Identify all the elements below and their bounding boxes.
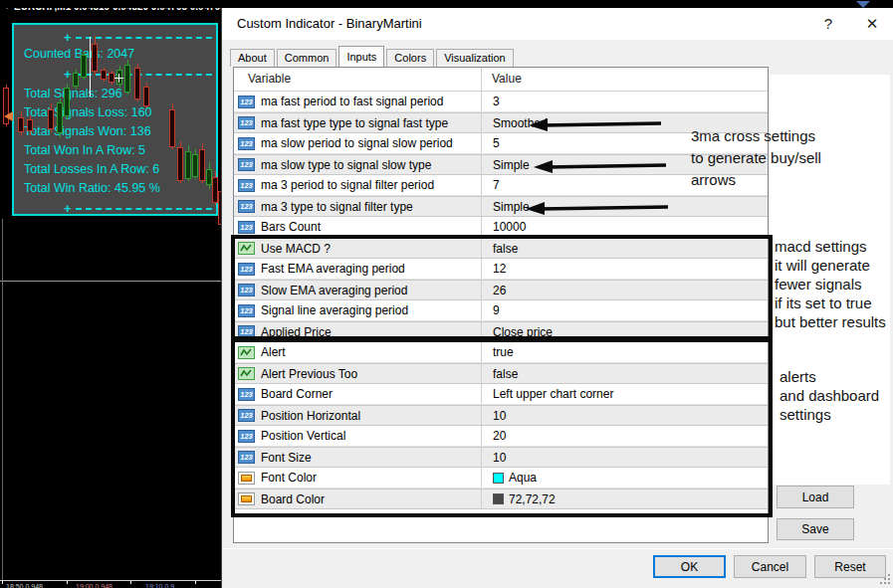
table-row[interactable]: 123Position Vertical20 [234, 426, 768, 447]
table-row[interactable]: 123Font Size10 [234, 447, 768, 468]
resize-grip[interactable] [877, 571, 890, 584]
close-button[interactable]: ✕ [859, 13, 885, 35]
numeric-param-icon: 123 [238, 304, 255, 317]
table-header[interactable]: Variable Value [234, 68, 768, 92]
tab-visualization[interactable]: Visualization [436, 49, 514, 67]
table-row[interactable]: Alerttrue [234, 342, 768, 363]
numeric-param-icon: 123 [238, 409, 255, 422]
chart-pane: EURCHF,M1 0.94819 0.94820 0.94795 0.9479… [0, 0, 221, 588]
cancel-button[interactable]: Cancel [734, 555, 806, 578]
numeric-param-icon: 123 [238, 96, 255, 108]
table-row[interactable]: Use MACD ?false [234, 238, 768, 259]
column-divider[interactable] [481, 68, 482, 92]
param-name: ma 3 type to signal filter type [261, 200, 413, 214]
param-value[interactable]: 72,72,72 [481, 490, 768, 508]
table-row[interactable]: 123ma slow type to signal slow typeSimpl… [234, 154, 768, 175]
param-value[interactable]: 9 [481, 300, 768, 320]
table-row[interactable]: 123Signal line averaging period9 [234, 300, 768, 321]
table-row[interactable]: 123Applied PriceClose price [234, 321, 768, 342]
param-name: Use MACD ? [261, 242, 331, 256]
bearish-candle [48, 103, 54, 132]
bullish-candle [64, 84, 70, 119]
bearish-candle [101, 68, 107, 82]
param-value[interactable]: Simple [481, 197, 768, 216]
numeric-param-icon: 123 [238, 116, 255, 129]
param-name: Font Color [261, 471, 317, 485]
table-row[interactable]: Board Color72,72,72 [234, 489, 768, 509]
param-value[interactable]: 20 [481, 426, 768, 446]
screenshot-root: EURCHF,M1 0.94819 0.94820 0.94795 0.9479… [0, 0, 893, 588]
bullish-candle [192, 149, 198, 179]
param-value[interactable]: false [481, 364, 768, 383]
ok-button[interactable]: OK [653, 555, 726, 578]
table-row[interactable]: 123Fast EMA averaging period12 [234, 259, 768, 280]
chart-param-icon [238, 242, 255, 255]
tab-colors[interactable]: Colors [386, 49, 434, 67]
table-row[interactable]: Alert Previous Toofalse [234, 363, 768, 384]
reset-button[interactable]: Reset [814, 555, 886, 578]
param-value[interactable]: Close price [481, 322, 768, 341]
param-name: Position Horizontal [261, 409, 360, 423]
dashboard-stat-line: Total Win Ratio: 45.95 % [24, 181, 160, 195]
help-button[interactable]: ? [815, 13, 841, 35]
numeric-param-icon: 123 [238, 263, 255, 276]
param-name: Position Vertical [261, 429, 345, 443]
bearish-candle [92, 36, 98, 75]
tab-about[interactable]: About [230, 49, 275, 67]
numeric-param-icon: 123 [238, 200, 255, 213]
table-row[interactable]: 123ma 3 period to signal filter period7 [234, 175, 768, 196]
table-row[interactable]: 123Position Horizontal10 [234, 405, 768, 426]
bearish-candle [27, 115, 33, 135]
table-row[interactable]: Font ColorAqua [234, 468, 768, 489]
param-value[interactable]: Left upper chart corner [481, 384, 768, 404]
param-value[interactable]: 10 [481, 406, 768, 425]
tab-strip: AboutCommonInputsColorsVisualization [230, 47, 516, 67]
table-row[interactable]: 123ma fast period to fast signal period3 [234, 92, 768, 112]
tab-inputs[interactable]: Inputs [338, 46, 384, 67]
param-value[interactable]: 3 [481, 92, 768, 111]
note-3ma: 3ma cross settingsto generate buy/sellar… [691, 127, 821, 193]
load-button[interactable]: Load [777, 486, 854, 508]
numeric-param-icon: 123 [238, 388, 255, 401]
numeric-param-icon: 123 [238, 179, 255, 192]
column-header-value[interactable]: Value [492, 72, 522, 86]
bullish-candle [116, 66, 122, 88]
signals-dashboard-panel: +++Counted Bars: 2047Total Signals: 296T… [12, 23, 218, 216]
param-name: Alert Previous Too [261, 367, 357, 381]
param-name: ma fast period to fast signal period [261, 95, 443, 108]
table-row[interactable]: 123Bars Count10000 [234, 217, 768, 238]
numeric-param-icon: 123 [238, 284, 255, 296]
dashboard-stat-line: Counted Bars: 2047 [24, 47, 134, 61]
column-header-variable[interactable]: Variable [248, 72, 291, 86]
table-row[interactable]: 123Slow EMA averaging period26 [234, 280, 768, 300]
bearish-candle [177, 141, 183, 183]
dashboard-stat-line: Total Signals Won: 136 [24, 124, 151, 138]
param-value[interactable]: 26 [481, 281, 768, 299]
subwindow-divider[interactable] [0, 281, 221, 282]
inputs-table: Variable Value 123ma fast period to fast… [233, 67, 769, 543]
bullish-candle [185, 145, 191, 181]
numeric-param-icon: 123 [238, 221, 255, 234]
bullish-candle [124, 60, 130, 95]
param-value[interactable]: 10000 [481, 217, 768, 237]
chart-param-icon [238, 367, 255, 380]
table-row[interactable]: 123ma fast type type to signal fast type… [234, 112, 768, 133]
param-value[interactable]: 10 [481, 448, 768, 467]
param-name: Alert [261, 345, 286, 359]
param-name: Signal line averaging period [261, 303, 408, 317]
numeric-param-icon: 123 [238, 325, 255, 338]
param-value[interactable]: 12 [481, 259, 768, 279]
bullish-candle [57, 98, 63, 137]
param-value[interactable]: true [481, 342, 768, 362]
table-row[interactable]: 123Board CornerLeft upper chart corner [234, 384, 768, 405]
param-value[interactable]: Aqua [481, 468, 768, 488]
table-row[interactable]: 123ma slow period to signal slow period5 [234, 133, 768, 154]
bullish-candle [81, 52, 87, 80]
param-value[interactable]: false [481, 239, 768, 258]
table-row[interactable]: 123ma 3 type to signal filter typeSimple [234, 196, 768, 217]
dashboard-stat-line: Total Losses In A Row: 6 [24, 162, 159, 176]
tab-common[interactable]: Common [277, 49, 337, 67]
save-button[interactable]: Save [777, 518, 854, 540]
bearish-candle [18, 111, 24, 136]
dialog-title-bar[interactable]: Custom Indicator - BinaryMartini ? ✕ [222, 8, 893, 40]
